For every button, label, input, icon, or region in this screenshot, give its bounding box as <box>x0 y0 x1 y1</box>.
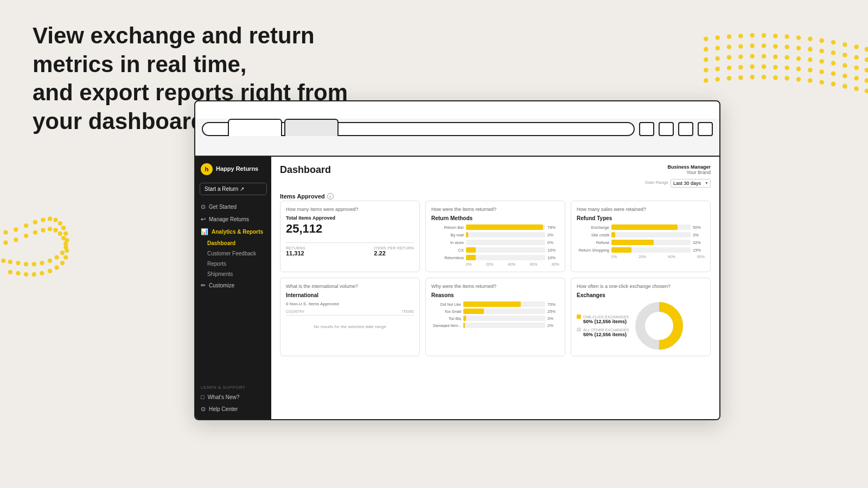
sidebar-item-customize[interactable]: ✏ Customize <box>195 279 271 292</box>
date-range-select[interactable]: Last 30 days <box>671 179 711 188</box>
svg-point-61 <box>715 77 720 82</box>
bar-label: By mail <box>431 233 464 237</box>
svg-point-16 <box>715 46 720 50</box>
bar-track <box>611 247 691 253</box>
sidebar-submenu-shipments[interactable]: Shipments <box>195 269 271 279</box>
one-click-label: ONE-CLICK EXCHANGES <box>583 315 629 319</box>
svg-point-23 <box>796 46 801 50</box>
bar-track <box>466 240 545 245</box>
deco-top-right <box>694 33 868 103</box>
sidebar-submenu-dashboard[interactable]: Dashboard <box>195 238 271 248</box>
settings-label: Settings <box>208 420 228 420</box>
header-right: Business Manager Your Brand Date Range L… <box>645 164 711 188</box>
reason-bar-track <box>463 323 545 328</box>
sidebar-item-get-started[interactable]: ⊙ Get Started <box>195 201 271 213</box>
browser-btn-2[interactable] <box>659 122 674 136</box>
page-title: Dashboard <box>280 164 331 176</box>
browser-btn-3[interactable] <box>678 122 693 136</box>
get-started-label: Get Started <box>209 204 237 210</box>
reason-bar-pct: 2% <box>547 323 559 328</box>
logo-text: Happy Returns <box>216 165 258 172</box>
svg-point-90 <box>40 261 44 265</box>
bar-pct: 10% <box>547 255 559 260</box>
svg-point-63 <box>738 75 743 80</box>
items-per-return-label: ITEMS PER RETURN <box>374 246 414 250</box>
svg-point-79 <box>41 217 45 222</box>
svg-point-53 <box>796 67 801 72</box>
svg-point-71 <box>831 82 836 87</box>
svg-point-109 <box>54 265 59 269</box>
svg-point-29 <box>865 57 868 62</box>
sidebar-item-help-center[interactable]: ⊙ Help Center <box>195 403 271 415</box>
bar-row: Return Bar 78% <box>431 224 559 230</box>
return-methods-card-title: How were the items returned? <box>431 207 559 212</box>
browser-btn-4[interactable] <box>698 122 713 136</box>
reason-bar-fill <box>463 301 521 307</box>
svg-point-87 <box>60 251 65 255</box>
svg-point-39 <box>808 57 813 62</box>
total-items-label: Total Items Approved <box>286 215 414 221</box>
returns-item: RETURNS 11,312 <box>286 246 305 256</box>
svg-point-64 <box>750 75 755 80</box>
svg-point-38 <box>796 56 801 61</box>
reason-bar-track <box>463 309 545 314</box>
sidebar-submenu-customer-feedback[interactable]: Customer Feedback <box>195 248 271 259</box>
svg-point-103 <box>58 232 62 236</box>
browser-tab-1[interactable] <box>228 119 282 136</box>
international-subtitle: 0 Non-U.S. Items Approved <box>286 301 414 306</box>
svg-point-47 <box>727 66 732 70</box>
dashboard-label: Dashboard <box>207 240 235 246</box>
svg-point-58 <box>854 76 859 81</box>
exchanges-chart-title: Exchanges <box>577 292 705 298</box>
svg-point-18 <box>738 44 743 49</box>
browser-window: h Happy Returns Start a Return ↗ ⊙ Get S… <box>194 100 720 420</box>
svg-point-46 <box>715 67 720 72</box>
svg-point-21 <box>773 44 778 49</box>
svg-point-31 <box>715 56 720 61</box>
items-approved-card-title: How many items were approved? <box>286 207 414 212</box>
svg-point-111 <box>40 271 44 275</box>
bar-label: Return Shopping <box>577 248 609 253</box>
sidebar-submenu-reports[interactable]: Reports <box>195 259 271 269</box>
sidebar-item-analytics-reports[interactable]: 📊 Analytics & Reports <box>195 226 271 238</box>
exchanges-card-title: How often is a one-click exchange chosen… <box>577 284 705 289</box>
reason-bar-row: Damaged Item... 2% <box>431 323 559 328</box>
svg-point-107 <box>63 255 68 259</box>
svg-point-45 <box>704 68 709 73</box>
start-return-button[interactable]: Start a Return ↗ <box>200 183 267 195</box>
bar-pct: 2% <box>547 233 559 237</box>
returns-label: RETURNS <box>286 246 305 250</box>
svg-point-65 <box>762 75 767 80</box>
svg-point-55 <box>819 69 824 74</box>
manage-returns-icon: ↩ <box>201 216 206 223</box>
bar-pct: 15% <box>693 248 705 253</box>
browser-btn-1[interactable] <box>639 122 654 136</box>
svg-point-1 <box>715 35 720 40</box>
bar-fill <box>611 232 615 237</box>
reasons-chart-title: Reasons <box>431 292 559 298</box>
svg-point-17 <box>727 44 732 49</box>
svg-point-76 <box>14 227 18 232</box>
sidebar-item-manage-returns[interactable]: ↩ Manage Returns <box>195 213 271 226</box>
svg-point-7 <box>784 34 789 39</box>
sidebar-item-whats-new[interactable]: □ What's New? <box>195 391 271 403</box>
sidebar-logo: h Happy Returns <box>195 163 271 181</box>
svg-point-95 <box>1 259 5 263</box>
legend-other-exchanges: ALL OTHER EXCHANGES 50% (12,556 items) <box>577 328 629 337</box>
svg-point-83 <box>61 226 66 230</box>
reason-bar-track <box>463 301 545 307</box>
svg-point-72 <box>843 84 847 89</box>
date-range-wrapper[interactable]: Last 30 days <box>671 177 711 188</box>
browser-tab-2[interactable] <box>284 119 339 136</box>
svg-point-108 <box>60 261 65 265</box>
svg-point-43 <box>854 66 859 70</box>
bar-track <box>466 247 545 253</box>
bar-fill <box>611 240 654 245</box>
deco-left <box>0 195 125 304</box>
analytics-label: Analytics & Reports <box>212 229 263 235</box>
items-approved-title: Items Approved <box>280 193 325 200</box>
bar-row: In store 0% <box>431 240 559 245</box>
return-methods-axis: 0% 20% 40% 60% 80% <box>431 262 559 266</box>
main-header: Dashboard Business Manager Your Brand Da… <box>280 164 711 188</box>
sidebar-settings[interactable]: ⚙ Settings <box>195 415 271 420</box>
